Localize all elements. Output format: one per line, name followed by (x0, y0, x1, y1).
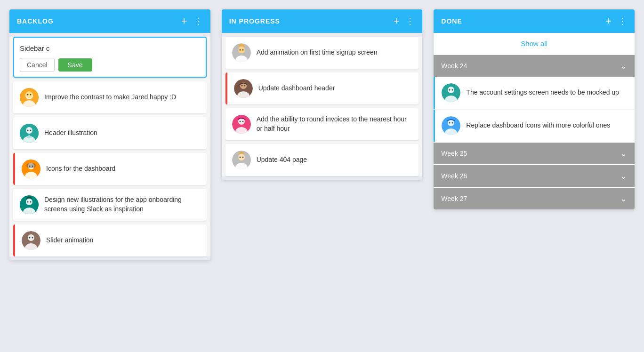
dots-icon-ip: ⋮ (406, 17, 415, 25)
cancel-button[interactable]: Cancel (20, 58, 55, 72)
svg-point-51 (452, 89, 453, 91)
svg-point-41 (242, 121, 243, 122)
avatar-bl1 (20, 88, 39, 107)
chevron-down-icon-week27: ⌄ (620, 193, 627, 204)
avatar-svg-bl4 (20, 195, 39, 214)
card-d2[interactable]: Replace dashboard icons with more colorf… (434, 110, 635, 142)
avatar-bl2 (20, 124, 39, 143)
card-bl5[interactable]: Slider animation (13, 224, 207, 256)
svg-point-9 (27, 130, 29, 131)
avatar-bl3 (22, 160, 40, 178)
week-27-header[interactable]: Week 27 ⌄ (434, 188, 635, 209)
svg-point-25 (29, 237, 31, 239)
new-card-actions: Cancel Save (20, 58, 200, 72)
show-all-bar: Show all (434, 33, 635, 55)
column-done-actions: + ⋮ (605, 16, 627, 26)
card-text-bl3: Icons for the dashboard (46, 164, 115, 174)
card-ip4[interactable]: Update 404 page (225, 144, 419, 176)
avatar-bl4 (20, 195, 39, 214)
column-in-progress-title: IN PROGRESS (229, 17, 280, 25)
avatar-svg-ip2 (234, 79, 253, 98)
avatar-ip4 (232, 151, 251, 169)
card-ip1[interactable]: Add animation on first time signup scree… (225, 37, 419, 69)
chevron-down-icon-week26: ⌄ (620, 171, 627, 181)
done-add-button[interactable]: + (605, 16, 612, 26)
week-26-header[interactable]: Week 26 ⌄ (434, 165, 635, 187)
backlog-menu-button[interactable]: ⋮ (194, 17, 203, 25)
column-done-header: DONE + ⋮ (434, 9, 635, 33)
svg-point-24 (28, 234, 34, 241)
column-in-progress-body: Add animation on first time signup scree… (222, 37, 423, 176)
svg-rect-16 (26, 163, 36, 168)
week-24-cards: The account settings screen needs to be … (434, 77, 635, 142)
svg-point-20 (27, 201, 29, 203)
svg-point-8 (26, 127, 32, 134)
card-text-ip2: Update dashboard header (258, 84, 335, 93)
avatar-ip1 (232, 43, 251, 62)
new-card-area: Cancel Save (13, 37, 207, 78)
avatar-ip3 (232, 115, 251, 134)
chevron-down-icon-week25: ⌄ (620, 148, 627, 159)
card-ip2[interactable]: Update dashboard header (225, 72, 419, 104)
column-in-progress-actions: + ⋮ (393, 16, 415, 26)
backlog-add-button[interactable]: + (181, 16, 187, 26)
card-bl3[interactable]: Icons for the dashboard (13, 153, 207, 185)
avatar-svg-bl3 (22, 160, 40, 178)
svg-point-4 (27, 94, 29, 96)
svg-point-5 (30, 94, 32, 96)
card-text-bl4: Design new illustrations for the app onb… (44, 195, 200, 214)
svg-point-19 (26, 199, 32, 205)
card-bl1[interactable]: Improve the contrast to make Jared happy… (13, 81, 207, 113)
column-backlog: BACKLOG + ⋮ Cancel Save (9, 9, 210, 260)
new-card-input[interactable] (20, 42, 200, 54)
save-button[interactable]: Save (58, 58, 92, 72)
column-done: DONE + ⋮ Show all Week 24 ⌄ (434, 9, 635, 209)
avatar-svg-ip1 (232, 43, 251, 62)
card-text-bl5: Slider animation (46, 236, 93, 245)
card-text-ip3: Add the ability to round invoices to the… (257, 115, 412, 133)
card-text-ip1: Add animation on first time signup scree… (257, 48, 378, 57)
column-backlog-actions: + ⋮ (181, 16, 203, 26)
week-24-label: Week 24 (441, 62, 467, 70)
svg-point-10 (30, 130, 32, 131)
kanban-board: BACKLOG + ⋮ Cancel Save (9, 9, 635, 260)
card-text-ip4: Update 404 page (257, 155, 307, 165)
svg-point-45 (239, 157, 241, 158)
svg-point-49 (448, 87, 454, 93)
chevron-down-icon-week24: ⌄ (620, 61, 627, 71)
card-text-d1: The account settings screen needs to be … (466, 88, 619, 97)
card-text-bl1: Improve the contrast to make Jared happy… (44, 93, 176, 102)
svg-point-21 (30, 201, 32, 203)
svg-point-44 (238, 154, 245, 160)
svg-point-35 (241, 85, 242, 87)
svg-point-40 (239, 121, 241, 122)
svg-point-26 (32, 237, 33, 239)
card-d1[interactable]: The account settings screen needs to be … (434, 77, 635, 109)
svg-point-50 (449, 89, 451, 91)
in-progress-add-button[interactable]: + (393, 16, 399, 26)
week-24-header[interactable]: Week 24 ⌄ (434, 55, 635, 77)
column-backlog-header: BACKLOG + ⋮ (9, 9, 210, 33)
card-ip3[interactable]: Add the ability to round invoices to the… (225, 108, 419, 140)
card-bl2[interactable]: Header illustration (13, 117, 207, 149)
avatar-ip2 (234, 79, 253, 98)
svg-point-29 (238, 47, 245, 53)
plus-icon-ip: + (393, 16, 399, 26)
card-text-bl2: Header illustration (44, 128, 97, 138)
svg-point-46 (242, 157, 243, 158)
avatar-bl5 (22, 231, 40, 250)
week-25-header[interactable]: Week 25 ⌄ (434, 143, 635, 164)
svg-point-36 (244, 85, 245, 87)
avatar-svg-bl1 (20, 88, 39, 107)
svg-point-31 (242, 49, 243, 51)
card-bl4[interactable]: Design new illustrations for the app onb… (13, 189, 207, 221)
show-all-link[interactable]: Show all (521, 40, 547, 48)
in-progress-menu-button[interactable]: ⋮ (406, 17, 415, 25)
column-in-progress: IN PROGRESS + ⋮ (222, 9, 423, 180)
svg-point-30 (239, 49, 241, 51)
done-menu-button[interactable]: ⋮ (618, 17, 627, 25)
plus-icon: + (181, 16, 187, 26)
avatar-svg-ip4 (232, 151, 251, 169)
dots-icon: ⋮ (194, 17, 203, 25)
card-text-d2: Replace dashboard icons with more colorf… (466, 121, 610, 130)
